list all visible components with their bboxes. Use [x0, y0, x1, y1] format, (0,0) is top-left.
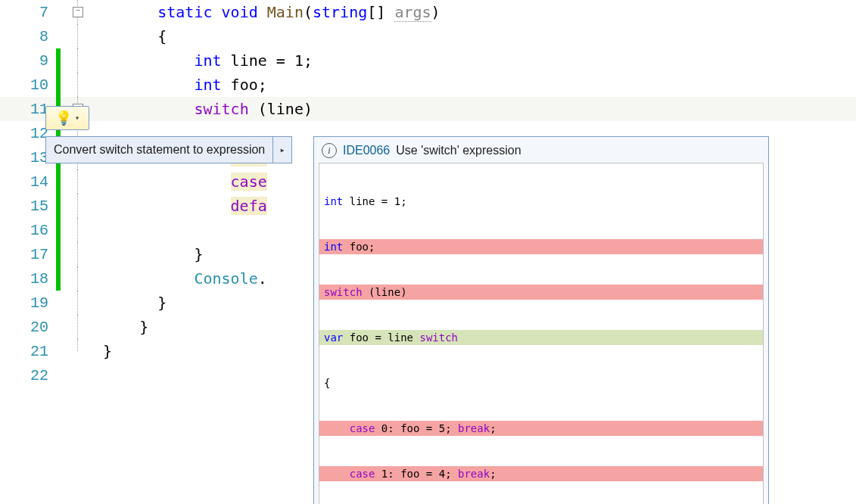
code-line-7[interactable]: 7 − static void Main(string[] args) — [0, 0, 856, 24]
code-line-10[interactable]: 10 int foo; — [0, 73, 856, 97]
chevron-down-icon: ▾ — [75, 114, 79, 123]
keyword: switch — [194, 100, 248, 118]
type: int — [194, 76, 221, 94]
code-line-8[interactable]: 8 { — [0, 24, 856, 48]
line-number: 7 — [0, 4, 56, 21]
keyword: static — [157, 3, 212, 21]
method-name: Main — [267, 3, 303, 21]
lightbulb-button[interactable]: 💡 ▾ — [45, 106, 89, 130]
line-number: 10 — [0, 76, 56, 94]
quick-action-menu: Convert switch statement to expression ▸ — [45, 136, 292, 163]
diagnostic-message: Use 'switch' expression — [396, 144, 521, 157]
line-number: 14 — [0, 173, 56, 191]
diff-preview: int line = 1; int foo; switch (line) var… — [319, 163, 764, 504]
diagnostic-code[interactable]: IDE0066 — [343, 144, 390, 157]
keyword: case — [231, 173, 267, 191]
preview-header: i IDE0066 Use 'switch' expression — [314, 137, 768, 163]
line-number: 17 — [0, 246, 56, 263]
code-line-9[interactable]: 9 int line = 1; — [0, 48, 856, 73]
lightbulb-icon: 💡 — [55, 110, 72, 126]
type: int — [194, 51, 221, 70]
info-icon: i — [322, 143, 337, 158]
fix-preview-panel: i IDE0066 Use 'switch' expression int li… — [313, 136, 769, 504]
keyword: defa — [231, 197, 267, 215]
line-number: 8 — [0, 28, 56, 45]
line-number: 21 — [0, 343, 56, 360]
line-number: 19 — [0, 294, 56, 312]
code-editor[interactable]: 7 − static void Main(string[] args) 8 { … — [0, 0, 856, 504]
code-line-11[interactable]: 11 − switch (line) — [0, 97, 856, 121]
line-number: 18 — [0, 270, 56, 288]
type: string — [313, 3, 367, 21]
line-number: 20 — [0, 319, 56, 336]
quick-action-item[interactable]: Convert switch statement to expression — [46, 137, 272, 163]
line-number: 16 — [0, 222, 56, 239]
outline-collapse-icon[interactable]: − — [73, 7, 83, 17]
parameter: args — [394, 3, 431, 22]
keyword: void — [222, 3, 258, 21]
submenu-arrow-icon[interactable]: ▸ — [272, 137, 291, 163]
line-number: 9 — [0, 52, 56, 70]
line-number: 22 — [0, 367, 56, 384]
line-number: 15 — [0, 198, 56, 215]
type: Console — [194, 269, 257, 288]
